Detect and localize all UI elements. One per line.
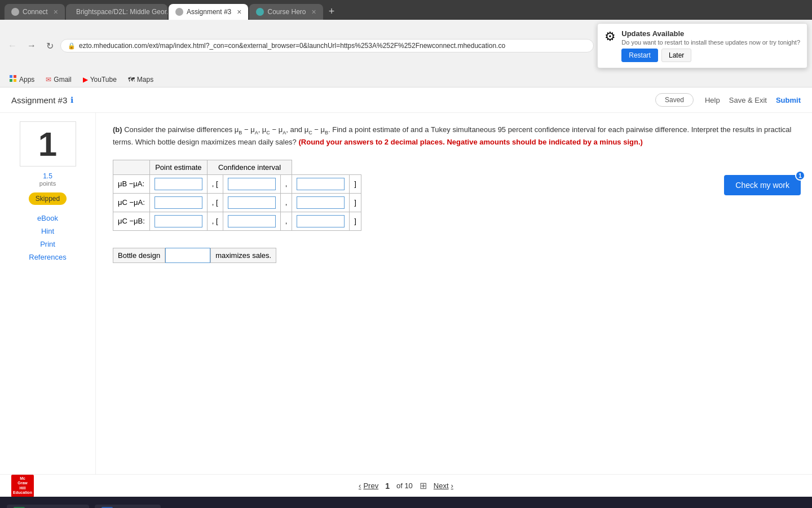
bottle-design-row: Bottle design maximizes sales.: [113, 248, 795, 263]
taskbar-item-docx[interactable]: W PQ1.doc ▲: [95, 505, 161, 509]
tab-connect-active[interactable]: Assignment #3 ×: [169, 4, 249, 20]
bracket-3: ]: [350, 212, 361, 230]
right-chevron-icon: ›: [451, 481, 453, 490]
update-title: Updates Available: [621, 29, 800, 38]
forward-button[interactable]: →: [24, 40, 39, 52]
table-row: μC −μB: , [ , ]: [113, 212, 361, 230]
check-my-work-button[interactable]: Check my work 1: [724, 175, 801, 195]
bookmark-apps-label: Apps: [19, 76, 34, 84]
tab-brightspace[interactable]: Brightspace/D2L: Middle Geor... ×: [66, 4, 167, 20]
tab-close-1[interactable]: ×: [54, 7, 58, 16]
new-tab-button[interactable]: +: [324, 3, 339, 20]
bookmark-gmail-label: Gmail: [54, 76, 71, 84]
row-label-2: μC −μA:: [113, 193, 150, 212]
ci-high-input-2[interactable]: [297, 196, 345, 209]
comma-1: , [: [207, 174, 223, 193]
check-btn-container: Check my work 1: [724, 175, 801, 195]
address-bar[interactable]: 🔒 ezto.mheducation.com/ext/map/index.htm…: [60, 39, 594, 52]
svg-rect-0: [10, 75, 12, 78]
answer-table: Point estimate Confidence interval μB −μ…: [113, 160, 361, 231]
question-text: (b) Consider the pairwise differences μB…: [113, 124, 795, 148]
col-header-pe: Point estimate: [149, 160, 207, 174]
restart-button[interactable]: Restart: [621, 49, 658, 62]
update-icon: ⚙: [604, 29, 616, 44]
later-button[interactable]: Later: [661, 49, 691, 62]
points-label: points: [39, 180, 56, 187]
page-of: of 10: [396, 481, 413, 490]
page-header: Assignment #3 ℹ Saved Help Save & Exit S…: [0, 87, 812, 113]
svg-rect-3: [14, 79, 16, 82]
prev-button[interactable]: ‹ Prev: [359, 481, 378, 490]
bottle-design-input[interactable]: [165, 248, 210, 263]
points-value: 1.5: [43, 172, 52, 180]
left-sidebar: 1 1.5 points Skipped eBook Hint Print Re…: [0, 113, 96, 491]
question-number: 1: [38, 125, 57, 164]
grid-view-icon[interactable]: ⊞: [420, 480, 427, 491]
pe-input-1[interactable]: [155, 178, 202, 190]
current-page: 1: [385, 481, 390, 491]
assignment-title: Assignment #3 ℹ: [11, 95, 73, 105]
bookmark-youtube-label: YouTube: [90, 76, 117, 84]
ebook-link[interactable]: eBook: [37, 214, 58, 222]
bookmark-youtube[interactable]: ▶ YouTube: [78, 75, 121, 85]
pe-input-3[interactable]: [155, 215, 202, 227]
update-message: Do you want to restart to install these …: [621, 39, 800, 46]
info-icon[interactable]: ℹ: [70, 95, 73, 104]
play-icon: ▶: [83, 76, 88, 84]
bookmark-maps[interactable]: 🗺 Maps: [123, 75, 158, 85]
submit-button[interactable]: Submit: [776, 96, 801, 104]
bookmark-apps[interactable]: ​ Apps: [5, 73, 39, 85]
tab-close-3[interactable]: ×: [237, 7, 241, 16]
update-notification: ⚙ Updates Available Do you want to resta…: [597, 23, 807, 68]
taskbar: XL BottleDes.xlsx ▲ W PQ1.doc ▲ Show All…: [0, 497, 812, 508]
check-badge: 1: [795, 170, 805, 181]
tab-close-4[interactable]: ×: [312, 7, 316, 16]
map-icon: 🗺: [128, 76, 135, 84]
left-chevron-icon: ‹: [359, 481, 361, 490]
address-text: ezto.mheducation.com/ext/map/index.html?…: [79, 42, 586, 50]
bracket-2: ]: [350, 193, 361, 212]
ci-low-input-2[interactable]: [228, 196, 276, 209]
ci-high-input-3[interactable]: [297, 215, 345, 227]
mail-icon: ✉: [46, 76, 51, 84]
logo-text: McGrawHillEducation: [13, 476, 32, 496]
tab-label: Course Hero: [267, 8, 306, 16]
question-content: (b) Consider the pairwise differences μB…: [96, 113, 812, 491]
saved-badge: Saved: [655, 93, 694, 107]
ci-low-input-3[interactable]: [228, 215, 276, 227]
save-exit-link[interactable]: Save & Exit: [729, 96, 767, 104]
ci-low-input-1[interactable]: [228, 178, 276, 190]
help-link[interactable]: Help: [705, 96, 720, 104]
comma-6: ,: [280, 212, 292, 230]
part-label: (b): [113, 125, 122, 134]
back-button[interactable]: ←: [5, 40, 20, 52]
skipped-badge: Skipped: [29, 192, 67, 205]
sidebar-links: eBook Hint Print References: [29, 214, 66, 261]
comma-3: , [: [207, 193, 223, 212]
bracket-1: ]: [350, 174, 361, 193]
bookmark-maps-label: Maps: [137, 76, 153, 84]
table-row: μC −μA: , [ , ]: [113, 193, 361, 212]
bottle-suffix: maximizes sales.: [210, 248, 276, 263]
taskbar-item-xlsx[interactable]: XL BottleDes.xlsx ▲: [7, 505, 89, 509]
hint-link[interactable]: Hint: [41, 227, 54, 235]
ci-high-input-1[interactable]: [297, 178, 345, 190]
print-link[interactable]: Print: [40, 240, 55, 248]
tab-label: Connect: [23, 8, 48, 16]
comma-5: , [: [207, 212, 223, 230]
pe-input-2[interactable]: [155, 196, 202, 209]
tab-label: Assignment #3: [187, 8, 231, 16]
row-label-1: μB −μA:: [113, 174, 150, 193]
svg-rect-2: [10, 79, 12, 82]
col-header-label: [113, 160, 150, 174]
references-link[interactable]: References: [29, 253, 66, 261]
bottle-design-label: Bottle design: [113, 248, 165, 263]
pagination: ‹ Prev 1 of 10 ⊞ Next ›: [359, 480, 453, 491]
comma-4: ,: [280, 193, 292, 212]
tab-connect-1[interactable]: Connect ×: [5, 4, 65, 20]
tab-course-hero[interactable]: Course Hero ×: [249, 4, 323, 20]
refresh-button[interactable]: ↻: [43, 40, 57, 52]
next-button[interactable]: Next ›: [434, 481, 453, 490]
comma-2: ,: [280, 174, 292, 193]
bookmark-gmail[interactable]: ✉ Gmail: [41, 75, 76, 85]
